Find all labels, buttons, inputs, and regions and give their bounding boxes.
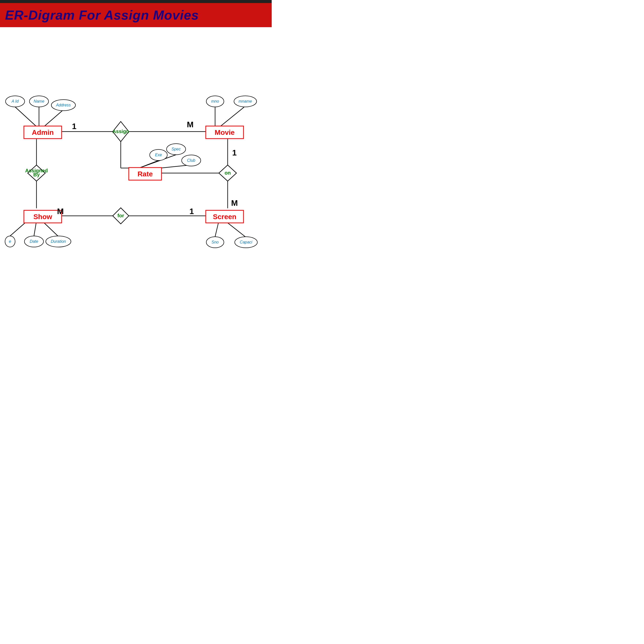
name-text: Name [34, 99, 45, 103]
for-label: for [117, 213, 124, 218]
svg-line-13 [44, 110, 63, 127]
capacity-text: Capaci [240, 240, 252, 244]
assign-label: Assign [112, 129, 129, 134]
card-1-screen: 1 [189, 207, 194, 216]
show-label: Show [33, 213, 52, 221]
screen-label: Screen [213, 213, 236, 221]
assigned-by-label2: By [33, 172, 40, 177]
time-text: e [9, 239, 11, 244]
header-banner: ER-Digram For Assign Movies [0, 3, 272, 27]
mname-text: mname [238, 99, 252, 103]
date-text: Date [30, 239, 38, 244]
card-1-admin: 1 [72, 122, 76, 131]
sno-text: Sno [212, 240, 219, 244]
admin-label: Admin [32, 129, 54, 136]
header-title: ER-Digram For Assign Movies [5, 8, 199, 23]
top-border [0, 0, 272, 3]
duration-text: Duration [51, 239, 66, 244]
rate-label: Rate [138, 170, 153, 178]
on-label: on [225, 170, 231, 176]
aid-text: A Id [11, 99, 19, 103]
diagram-area: Admin Movie Show Screen Rate Assign Assi… [0, 27, 272, 264]
svg-line-15 [220, 107, 244, 127]
movie-label: Movie [215, 129, 234, 136]
card-m-movie: M [187, 120, 194, 129]
exe-text: Exe [155, 153, 162, 157]
card-1-movie-on: 1 [232, 148, 237, 157]
club-text: Club [187, 158, 195, 163]
address-text: Address [56, 103, 71, 107]
card-m-screen: M [231, 198, 238, 208]
svg-line-11 [15, 107, 36, 127]
card-m-show: M [57, 207, 64, 216]
spec-text: Spec [172, 147, 181, 151]
mno-text: mno [211, 99, 219, 103]
